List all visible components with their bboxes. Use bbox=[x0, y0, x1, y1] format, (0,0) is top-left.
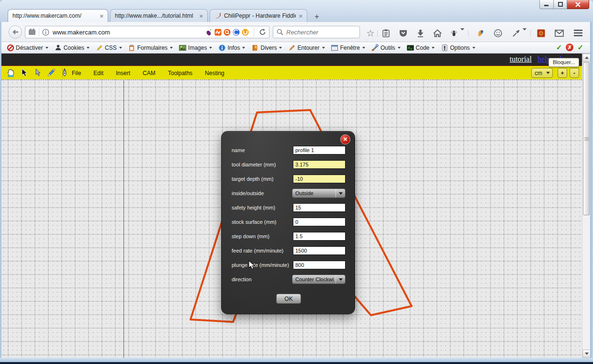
select-tool-icon[interactable] bbox=[19, 67, 29, 77]
menu-file[interactable]: File bbox=[72, 70, 81, 77]
divider bbox=[468, 30, 469, 37]
stock-surface-input[interactable] bbox=[293, 218, 346, 226]
menu-edit[interactable]: Edit bbox=[93, 70, 103, 77]
u-smiley-addon-icon[interactable] bbox=[242, 29, 249, 36]
menu-cam[interactable]: CAM bbox=[143, 70, 156, 77]
menu-nesting[interactable]: Nesting bbox=[205, 70, 224, 77]
scroll-up-button[interactable] bbox=[582, 54, 591, 62]
tab-title: ChiliPeppr - Hardware Fiddle bbox=[224, 12, 296, 19]
new-tab-button[interactable]: + bbox=[310, 11, 324, 22]
back-button[interactable] bbox=[9, 25, 22, 39]
devbar-item-outils[interactable]: Outils bbox=[371, 44, 401, 51]
pencil-icon bbox=[96, 44, 103, 51]
scrollbar-thumb[interactable] bbox=[583, 62, 590, 215]
maximize-button[interactable] bbox=[554, 0, 567, 9]
menu-toolpaths[interactable]: Toolpaths bbox=[168, 70, 192, 77]
eyedropper-icon[interactable] bbox=[511, 28, 521, 38]
search-bar[interactable] bbox=[273, 26, 360, 38]
tab-makercam[interactable]: http://www.makercam.com/ × bbox=[8, 9, 108, 22]
tutorial-link[interactable]: tutorial bbox=[510, 55, 532, 63]
direction-select[interactable]: Counter Clockwi bbox=[292, 275, 346, 284]
safety-height-input[interactable] bbox=[293, 203, 346, 212]
pan-tool-icon[interactable] bbox=[6, 67, 16, 77]
divider bbox=[62, 68, 63, 77]
downloads-icon[interactable] bbox=[415, 28, 425, 38]
site-header: tutorial help about bbox=[1, 54, 582, 66]
target-depth-input[interactable] bbox=[293, 175, 346, 183]
tool-diameter-input[interactable] bbox=[293, 160, 346, 169]
direct-select-tool-icon[interactable] bbox=[33, 67, 43, 77]
url-text[interactable]: www.makercam.com bbox=[53, 29, 110, 36]
drawing-canvas[interactable]: ✕ name tool diameter (mm) target depth (… bbox=[1, 79, 582, 358]
clipboard-icon bbox=[128, 44, 135, 51]
divider bbox=[377, 30, 378, 37]
site-identity-icon[interactable] bbox=[28, 28, 36, 36]
inside-outside-select[interactable]: Outside bbox=[292, 188, 346, 198]
vertical-scrollbar[interactable] bbox=[582, 54, 590, 358]
url-bar[interactable]: www.makercam.com bbox=[25, 26, 269, 38]
reload-icon[interactable] bbox=[259, 28, 266, 36]
pen-tool-icon[interactable] bbox=[59, 67, 69, 77]
search-icon bbox=[277, 29, 283, 35]
devbar-item-formulaires[interactable]: Formulaires bbox=[128, 44, 173, 51]
check-icon[interactable]: ✓ bbox=[577, 43, 583, 52]
pocket-icon[interactable] bbox=[398, 28, 408, 38]
search-input[interactable] bbox=[286, 29, 348, 36]
dialog-row: safety height (mm) bbox=[232, 200, 346, 215]
error-icon[interactable]: ✗ bbox=[566, 44, 573, 51]
devbar-item-cookies[interactable]: Cookies bbox=[55, 44, 90, 51]
close-window-button[interactable] bbox=[567, 0, 589, 9]
zigzag-addon-icon[interactable] bbox=[214, 29, 222, 36]
tab-chilipeppr[interactable]: ChiliPeppr - Hardware Fiddle × bbox=[210, 9, 307, 22]
titlebar: http://www.makercam.com/ × http://www.ma… bbox=[0, 0, 593, 22]
devbar-item-css[interactable]: CSS bbox=[96, 44, 122, 51]
check-icon[interactable]: ✓ bbox=[556, 43, 562, 52]
chevron-down-icon[interactable] bbox=[460, 28, 464, 38]
devbar-item-divers[interactable]: Divers bbox=[251, 44, 282, 51]
ok-button[interactable]: OK bbox=[276, 294, 301, 304]
divider bbox=[254, 28, 254, 36]
eggplant-addon-icon[interactable] bbox=[205, 29, 213, 36]
plunge-rate-input[interactable] bbox=[293, 261, 346, 269]
q-addon-icon[interactable] bbox=[224, 29, 231, 36]
swirl-addon-icon[interactable] bbox=[233, 29, 240, 36]
devbar-item-infos[interactable]: Infos bbox=[218, 44, 245, 51]
close-icon[interactable]: × bbox=[199, 12, 203, 20]
field-label: tool diameter (mm) bbox=[232, 162, 276, 167]
scroll-down-button[interactable] bbox=[582, 350, 591, 358]
home-icon[interactable] bbox=[433, 28, 442, 38]
name-input[interactable] bbox=[293, 146, 346, 154]
step-down-input[interactable] bbox=[293, 232, 346, 241]
devbar-item-options[interactable]: Options bbox=[441, 44, 475, 51]
units-select[interactable]: cm bbox=[531, 68, 553, 78]
menu-icon[interactable] bbox=[573, 28, 583, 38]
chevron-down-icon[interactable] bbox=[523, 28, 526, 38]
zoom-out-button[interactable]: - bbox=[570, 68, 579, 78]
pencil-tool-icon[interactable] bbox=[46, 67, 56, 77]
close-icon[interactable]: × bbox=[299, 12, 302, 20]
zoom-in-button[interactable]: + bbox=[558, 68, 567, 78]
mail-icon[interactable] bbox=[554, 28, 564, 38]
window-border-bottom bbox=[0, 358, 593, 362]
info-icon[interactable] bbox=[42, 29, 49, 36]
tab-tutorial[interactable]: http://www.make.../tutorial.html × bbox=[110, 9, 208, 22]
field-label: stock surface (mm) bbox=[232, 219, 277, 225]
smiley-addon-icon[interactable] bbox=[493, 28, 503, 38]
options-icon bbox=[441, 44, 448, 51]
feed-rate-input[interactable] bbox=[293, 246, 346, 255]
minimize-button[interactable] bbox=[539, 0, 554, 9]
orange-addon-icon[interactable] bbox=[536, 28, 546, 38]
close-icon[interactable]: × bbox=[100, 12, 103, 20]
devbar-item-code[interactable]: Code bbox=[407, 44, 435, 51]
chili-pepper-icon bbox=[214, 12, 221, 19]
devbar-item-desactiver[interactable]: Désactiver bbox=[7, 44, 48, 51]
fly-addon-icon[interactable] bbox=[449, 28, 459, 38]
devbar-item-entourer[interactable]: Entourer bbox=[288, 44, 324, 51]
menu-insert[interactable]: Insert bbox=[116, 70, 130, 77]
parrot-addon-icon[interactable] bbox=[476, 28, 485, 38]
bookmark-star-icon[interactable]: ☆ bbox=[366, 28, 375, 38]
devbar-item-images[interactable]: Images bbox=[179, 44, 212, 51]
dialog-row: stock surface (mm) bbox=[232, 215, 346, 229]
reading-list-icon[interactable] bbox=[381, 28, 391, 38]
devbar-item-fenetre[interactable]: Fenêtre bbox=[331, 44, 365, 51]
